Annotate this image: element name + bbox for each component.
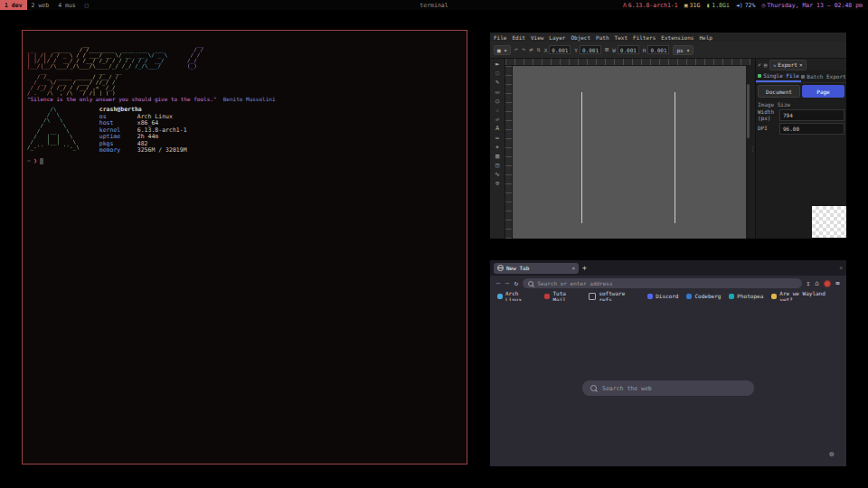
y-field[interactable]: Y0.001 xyxy=(574,45,601,54)
back-button[interactable]: ← xyxy=(496,280,501,287)
dropper-tool-icon[interactable]: ◫ xyxy=(495,163,499,169)
forward-button[interactable]: → xyxy=(505,280,510,287)
web-search-input[interactable]: Search the web xyxy=(582,380,754,396)
export-dialog-tab[interactable]: ⇲ Export × xyxy=(769,60,806,70)
desktop: 1 dev 2 web 4 mus □ terminal Λ 6.13.8-ar… xyxy=(0,0,868,488)
inkscape-canvas[interactable] xyxy=(513,66,746,239)
selection-mode-button[interactable]: ▦ ▾ xyxy=(494,45,511,55)
w-field[interactable]: W0.001 xyxy=(612,45,639,54)
url-bar[interactable]: Search or enter address xyxy=(523,278,801,288)
export-target-buttons: Document Page xyxy=(756,83,846,99)
tab-close-icon[interactable]: × xyxy=(571,265,575,271)
kernel-module: Λ 6.13.8-arch1-1 xyxy=(623,2,678,9)
flip-vertical-icon[interactable]: ⇅ xyxy=(537,46,541,53)
codeberg-favicon xyxy=(686,294,692,299)
canvas-vertical-scrollbar[interactable] xyxy=(746,66,750,239)
calligraphy-tool-icon[interactable]: ∿ xyxy=(495,172,500,178)
clock-module: ◷ Thursday, Mar 13 — 02:48 pm xyxy=(761,2,863,9)
tab-batch-export[interactable]: Batch Export xyxy=(801,70,846,82)
arch-favicon xyxy=(497,294,503,299)
volume-text: 72% xyxy=(745,2,756,9)
dialog-pin-icon[interactable]: ✐ xyxy=(758,61,761,68)
dialog-list-icon[interactable]: ▤ xyxy=(764,61,768,68)
active-tab[interactable]: New Tab × xyxy=(494,263,579,274)
node-tool-icon[interactable]: ◌ xyxy=(495,70,499,77)
search-icon xyxy=(528,281,533,286)
disk-icon: ▣ xyxy=(684,2,688,9)
rectangle-tool-icon[interactable]: ▭ xyxy=(495,89,499,96)
units-dropdown[interactable]: px ▾ xyxy=(673,45,693,55)
workspace-tag-mus[interactable]: 4 mus xyxy=(53,0,80,10)
shell-prompt[interactable]: ~ ❯ xyxy=(27,157,43,164)
export-tab-label: Export xyxy=(778,61,797,68)
3dbox-tool-icon[interactable]: ▱ xyxy=(495,117,499,123)
browser-window[interactable]: New Tab × + ˅ ← → ↻ Search or enter addr… xyxy=(490,260,846,466)
layout-symbol[interactable]: □ xyxy=(80,2,93,9)
workspace-tag-web[interactable]: 2 web xyxy=(27,0,54,10)
menu-button[interactable]: ≡ xyxy=(835,280,840,287)
tuta-favicon xyxy=(544,294,550,299)
datetime-text: Thursday, Mar 13 — 02:48 pm xyxy=(767,2,863,9)
gradient-tool-icon[interactable]: ▥ xyxy=(495,154,499,160)
globe-icon xyxy=(497,265,504,271)
page-left-edge xyxy=(581,92,582,223)
text-tool-icon[interactable]: A xyxy=(495,126,499,132)
reload-button[interactable]: ↻ xyxy=(514,280,519,287)
shape-builder-tool-icon[interactable]: ✎ xyxy=(495,80,499,86)
export-dock: ✐ ▤ ⇲ Export × Single File Batch Export … xyxy=(755,59,846,239)
width-input[interactable]: 794 xyxy=(779,109,844,121)
menu-layer[interactable]: Layer xyxy=(549,34,565,41)
bookmark-codeberg[interactable]: Codeberg xyxy=(686,293,721,299)
spiral-tool-icon[interactable]: ≈ xyxy=(495,136,499,142)
downloads-button[interactable]: ↧ xyxy=(807,280,811,287)
quote-line: "Silence is the only answer you should g… xyxy=(27,96,276,102)
bookmark-photopea[interactable]: Photopea xyxy=(729,293,763,299)
measure-tool-icon[interactable]: ⌖ xyxy=(495,145,499,151)
ellipse-tool-icon[interactable]: ○ xyxy=(495,99,499,105)
home-button[interactable]: ⌂ xyxy=(815,280,819,287)
document-button[interactable]: Document xyxy=(758,85,800,98)
personalize-gear-icon[interactable]: ⚙ xyxy=(829,450,834,458)
menu-file[interactable]: File xyxy=(494,34,506,41)
tab-single-file[interactable]: Single File xyxy=(756,70,801,82)
menu-extensions[interactable]: Extensions xyxy=(661,34,693,41)
dpi-input[interactable]: 96.00 xyxy=(779,123,844,135)
export-tab-close-icon[interactable]: × xyxy=(799,61,803,68)
menu-view[interactable]: View xyxy=(531,34,543,41)
menu-help[interactable]: Help xyxy=(699,34,712,41)
volume-module: ◄) 72% xyxy=(736,2,756,9)
flip-horizontal-icon[interactable]: ⇄ xyxy=(529,46,533,53)
bookmarks-toolbar: Arch Linux Tuta Mail software refs Disco… xyxy=(490,291,846,301)
page-button[interactable]: Page xyxy=(802,85,844,98)
lock-ratio-icon[interactable]: ⊠ xyxy=(605,46,609,53)
memory-text: 1.8Gi xyxy=(712,2,730,9)
rotate-ccw-icon[interactable]: ↶ xyxy=(514,46,518,53)
menu-object[interactable]: Object xyxy=(571,34,590,41)
new-tab-button[interactable]: + xyxy=(582,264,587,272)
scrollbar-thumb[interactable] xyxy=(747,84,750,138)
h-field[interactable]: H0.001 xyxy=(643,45,670,54)
extension-icon[interactable] xyxy=(824,280,831,287)
workspace-tag-dev[interactable]: 1 dev xyxy=(0,0,27,10)
menu-text[interactable]: Text xyxy=(615,34,627,41)
browser-tab-bar: New Tab × + ˅ xyxy=(490,260,846,276)
memory-icon: ▮ xyxy=(706,2,710,9)
spray-tool-icon[interactable]: ⊙ xyxy=(495,181,499,187)
inkscape-window[interactable]: File Edit View Layer Object Path Text Fi… xyxy=(490,33,846,239)
list-tabs-chevron-icon[interactable]: ˅ xyxy=(840,265,843,271)
wayland-favicon xyxy=(771,294,777,299)
page-right-edge xyxy=(675,92,675,223)
photopea-favicon xyxy=(729,294,734,299)
bookmark-discord[interactable]: Discord xyxy=(647,293,678,299)
terminal-window[interactable]: __ __ _ _____ / /________ ____ ___ ___ /… xyxy=(22,30,467,465)
info-row-memory: memory3256M / 32019M xyxy=(99,147,187,155)
star-tool-icon[interactable]: ☆ xyxy=(495,108,499,114)
x-field[interactable]: X0.001 xyxy=(544,45,571,54)
menu-path[interactable]: Path xyxy=(596,34,609,41)
dpi-label: DPI xyxy=(758,126,778,132)
selector-tool-icon[interactable]: ► xyxy=(495,61,499,68)
workspace-tag-label: 4 mus xyxy=(58,2,76,9)
menu-filters[interactable]: Filters xyxy=(633,34,656,41)
rotate-cw-icon[interactable]: ↷ xyxy=(522,46,525,53)
menu-edit[interactable]: Edit xyxy=(512,34,524,41)
